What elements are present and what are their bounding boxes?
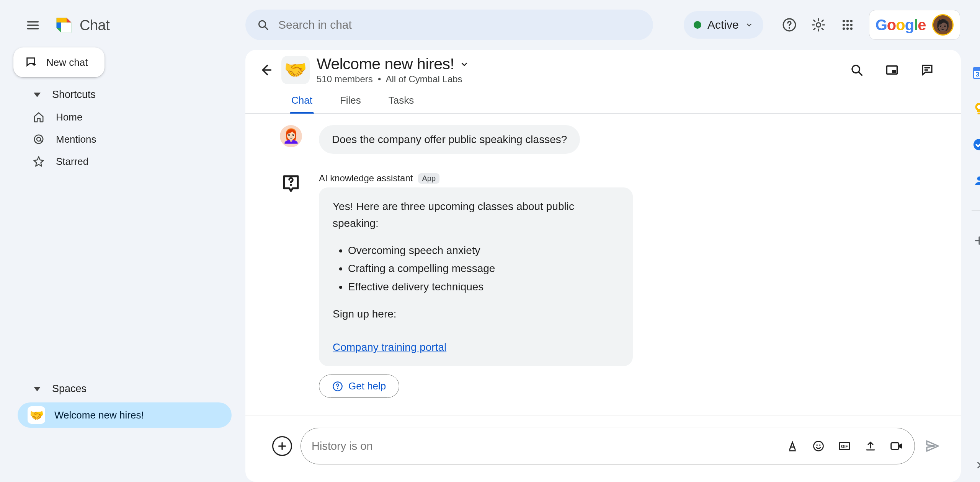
tab-tasks[interactable]: Tasks <box>387 90 415 113</box>
svg-point-2 <box>37 137 41 141</box>
search-icon <box>257 18 269 31</box>
chevron-down-icon <box>745 21 753 29</box>
spaces-section-toggle[interactable]: Spaces <box>0 371 245 400</box>
mentions-icon <box>32 133 45 146</box>
svg-point-5 <box>789 27 790 29</box>
settings-button[interactable] <box>808 14 829 36</box>
handshake-icon: 🤝 <box>28 406 45 424</box>
svg-point-3 <box>259 21 265 27</box>
training-portal-link[interactable]: Company training portal <box>333 341 446 353</box>
nav-mentions[interactable]: Mentions <box>0 128 245 150</box>
message-composer[interactable]: GIF <box>301 428 915 464</box>
apps-button[interactable] <box>837 14 858 36</box>
svg-point-7 <box>843 20 845 22</box>
svg-point-11 <box>846 24 849 26</box>
chevron-down-icon <box>459 59 469 69</box>
search-input[interactable] <box>278 18 642 31</box>
room-title: Welcome new hires! <box>317 55 454 73</box>
svg-point-8 <box>846 20 849 22</box>
upload-button[interactable] <box>863 439 878 453</box>
chat-logo: Chat <box>53 14 109 36</box>
svg-point-12 <box>850 24 853 26</box>
user-avatar: 👩🏻‍🦰 <box>280 125 302 147</box>
emoji-button[interactable] <box>811 439 826 453</box>
svg-point-21 <box>337 388 338 389</box>
svg-point-34 <box>977 176 980 181</box>
bot-message: Yes! Here are three upcoming classes abo… <box>319 187 633 366</box>
send-button[interactable] <box>923 437 942 455</box>
app-chip: App <box>418 173 439 184</box>
help-icon <box>332 381 343 392</box>
google-account[interactable]: Google 🧑🏿 <box>869 10 960 40</box>
shortcuts-section-toggle[interactable]: Shortcuts <box>0 77 245 106</box>
bot-sender-row: AI knowledge assistant App <box>319 173 633 184</box>
thread-button[interactable] <box>916 59 938 81</box>
svg-point-15 <box>850 28 853 30</box>
nav-home[interactable]: Home <box>0 106 245 128</box>
space-item-welcome-new-hires[interactable]: 🤝 Welcome new hires! <box>18 402 232 428</box>
gif-button[interactable]: GIF <box>837 439 852 453</box>
calendar-app-icon[interactable]: 31 <box>972 65 980 80</box>
collapse-sidepanel-button[interactable] <box>972 458 980 473</box>
add-app-button[interactable] <box>972 233 980 248</box>
room-title-dropdown[interactable]: Welcome new hires! <box>317 55 469 73</box>
search-bar[interactable] <box>245 10 653 40</box>
svg-point-9 <box>850 20 853 22</box>
svg-point-22 <box>813 441 823 451</box>
svg-point-13 <box>843 28 845 30</box>
attach-button[interactable] <box>272 436 292 456</box>
svg-rect-0 <box>61 23 72 33</box>
svg-point-14 <box>846 28 849 30</box>
star-icon <box>32 155 45 168</box>
app-name: Chat <box>80 17 109 34</box>
caret-down-icon <box>34 93 41 97</box>
main-menu-button[interactable] <box>24 17 41 34</box>
pip-button[interactable] <box>881 59 903 81</box>
svg-point-24 <box>819 445 821 446</box>
video-call-button[interactable] <box>889 439 904 453</box>
bot-avatar <box>280 173 302 195</box>
keep-app-icon[interactable] <box>972 101 980 116</box>
svg-text:31: 31 <box>975 71 980 78</box>
svg-point-16 <box>852 65 860 73</box>
svg-rect-29 <box>973 68 980 71</box>
get-help-button[interactable]: Get help <box>319 375 399 398</box>
message-input[interactable] <box>312 440 785 453</box>
svg-point-23 <box>816 445 818 446</box>
status-dropdown[interactable]: Active <box>684 11 763 39</box>
svg-point-1 <box>34 135 43 144</box>
contacts-app-icon[interactable] <box>972 173 980 188</box>
caret-down-icon <box>34 387 41 391</box>
svg-rect-18 <box>892 70 896 73</box>
nav-starred[interactable]: Starred <box>0 150 245 173</box>
svg-text:GIF: GIF <box>841 444 848 449</box>
tab-files[interactable]: Files <box>338 90 363 113</box>
svg-rect-31 <box>977 113 980 115</box>
avatar[interactable]: 🧑🏿 <box>932 14 954 36</box>
status-dot-icon <box>694 21 701 29</box>
svg-point-10 <box>843 24 845 26</box>
room-emoji: 🤝 <box>281 56 310 84</box>
help-button[interactable] <box>779 14 800 36</box>
google-logo: Google <box>875 16 926 34</box>
home-icon <box>32 111 45 124</box>
tab-chat[interactable]: Chat <box>290 90 314 113</box>
svg-point-19 <box>290 184 292 186</box>
svg-point-6 <box>816 23 820 27</box>
tasks-app-icon[interactable] <box>972 137 980 152</box>
new-chat-button[interactable]: New chat <box>13 47 105 77</box>
room-subtitle: 510 members • All of Cymbal Labs <box>317 74 469 85</box>
back-button[interactable] <box>257 61 274 79</box>
room-search-button[interactable] <box>846 59 867 81</box>
format-button[interactable] <box>785 439 800 453</box>
user-message: Does the company offer public speaking c… <box>319 125 580 154</box>
